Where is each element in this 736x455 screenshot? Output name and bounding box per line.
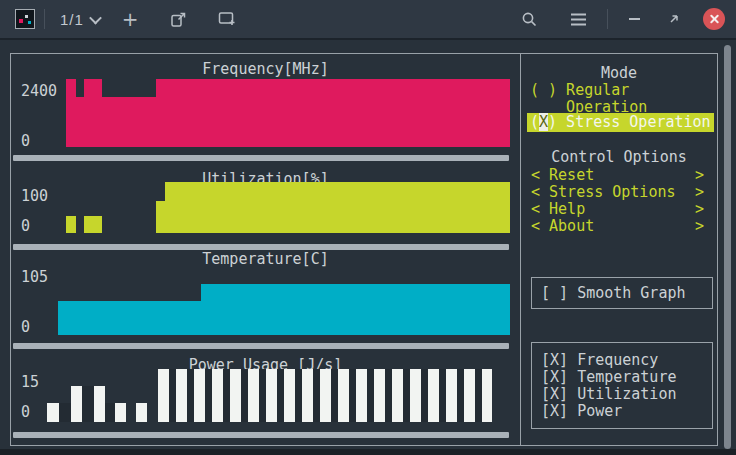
- right-arrow: >: [695, 201, 704, 218]
- frequency-plot: [58, 79, 510, 147]
- toggle-utilization[interactable]: [X] Utilization: [532, 386, 712, 403]
- power-bar: [115, 403, 126, 422]
- menu-button[interactable]: [567, 9, 590, 30]
- power-bar: [421, 369, 428, 422]
- toggle-frequency[interactable]: [X] Frequency: [532, 352, 712, 369]
- power-bar: [356, 369, 367, 422]
- toggle-power[interactable]: [X] Power: [532, 403, 712, 420]
- power-bar: [338, 369, 349, 422]
- stress-options-label: Stress Options: [549, 183, 675, 201]
- power-bar: [331, 369, 338, 422]
- power-bar: [158, 369, 169, 422]
- power-bar: [446, 369, 457, 422]
- tab-count-label: 1/1: [60, 11, 84, 28]
- radio-regular-operation[interactable]: ( ) Regular: [530, 82, 629, 99]
- chevron-down-icon: [89, 11, 102, 24]
- right-arrow: >: [695, 167, 704, 184]
- hamburger-menu-icon: [571, 13, 586, 26]
- radio-open-paren: (: [530, 113, 539, 131]
- smooth-graph-box: [ ] Smooth Graph: [531, 277, 713, 309]
- power-yzero-label: 0: [21, 404, 30, 421]
- power-bar: [284, 369, 295, 422]
- graph-toggles-box: [X] Frequency [X] Temperature [X] Utiliz…: [531, 342, 713, 429]
- temperature-graph-title: Temperature[C]: [11, 251, 520, 268]
- power-bar: [367, 369, 374, 422]
- power-bar: [302, 369, 313, 422]
- power-bar: [82, 386, 94, 422]
- maximize-button[interactable]: [663, 8, 685, 30]
- toggle-frequency-label: Frequency: [577, 351, 658, 369]
- area-segment: [102, 97, 156, 147]
- power-bar: [349, 369, 356, 422]
- close-button[interactable]: [703, 8, 725, 30]
- about-label: About: [549, 217, 594, 235]
- power-bar: [59, 403, 71, 422]
- power-bar: [320, 369, 331, 422]
- radio-stress-operation[interactable]: (X) Stress Operation: [527, 113, 714, 132]
- area-segment: [66, 79, 76, 147]
- utilization-plot: [58, 182, 510, 233]
- separator: [44, 9, 45, 29]
- help-button[interactable]: < Help>: [531, 201, 707, 218]
- power-bar: [47, 403, 59, 422]
- power-bar: [94, 386, 105, 422]
- temperature-x-axis-bar: [13, 343, 509, 349]
- area-segment: [165, 182, 510, 233]
- power-bar: [248, 369, 259, 422]
- checkbox-glyph: [X]: [541, 385, 568, 403]
- split-terminal-button[interactable]: [214, 7, 240, 31]
- utilization-yzero-label: 0: [21, 218, 30, 235]
- reset-button[interactable]: < Reset>: [531, 167, 707, 184]
- power-bar: [374, 369, 385, 422]
- separator: [607, 9, 608, 29]
- power-bar: [105, 403, 115, 422]
- temperature-ymax-label: 105: [21, 269, 48, 286]
- power-ymax-label: 15: [21, 374, 39, 391]
- power-bar: [475, 369, 482, 422]
- tab-indicator-button[interactable]: 1/1: [54, 7, 106, 32]
- control-options-title: Control Options: [521, 149, 717, 166]
- stress-options-button[interactable]: < Stress Options>: [531, 184, 707, 201]
- stui-main-frame: Frequency[MHz] 2400 0 Utilization[%] 100…: [10, 53, 718, 446]
- area-segment: [66, 216, 76, 233]
- area-segment: [84, 216, 102, 233]
- toggle-temperature[interactable]: [X] Temperature: [532, 369, 712, 386]
- power-bar: [176, 369, 187, 422]
- power-bar: [392, 369, 403, 422]
- frequency-graph-title: Frequency[MHz]: [11, 61, 520, 78]
- radio-x-cursor: X: [539, 113, 548, 131]
- power-bar: [187, 369, 194, 422]
- about-button[interactable]: < About>: [531, 218, 707, 235]
- new-tab-button[interactable]: +: [118, 7, 143, 31]
- sidebar: Mode ( ) Regular Operation (X) Stress Op…: [521, 54, 717, 445]
- smooth-graph-checkbox[interactable]: [ ] Smooth Graph: [532, 278, 712, 308]
- temperature-yzero-label: 0: [21, 319, 30, 336]
- right-arrow: >: [695, 218, 704, 235]
- power-bar: [385, 369, 392, 422]
- new-window-button[interactable]: [166, 7, 191, 32]
- search-button[interactable]: [517, 7, 542, 32]
- power-bar: [457, 369, 464, 422]
- app-icon: [15, 9, 35, 29]
- checkbox-glyph: [X]: [541, 351, 568, 369]
- toggle-temperature-label: Temperature: [577, 368, 676, 386]
- power-bar: [266, 369, 277, 422]
- power-bar: [464, 369, 475, 422]
- frequency-ymax-label: 2400: [21, 83, 57, 100]
- graphs-panel: Frequency[MHz] 2400 0 Utilization[%] 100…: [11, 54, 520, 445]
- power-bar: [71, 386, 82, 422]
- frequency-yzero-label: 0: [21, 133, 30, 150]
- power-bar: [212, 369, 223, 422]
- minimize-icon: [629, 17, 640, 21]
- power-bar: [277, 369, 284, 422]
- checkbox-glyph: [X]: [541, 368, 568, 386]
- toggle-power-label: Power: [577, 402, 622, 420]
- reset-label: Reset: [549, 166, 594, 184]
- vertical-scrollbar[interactable]: [724, 45, 731, 449]
- power-x-axis-bar: [13, 432, 509, 438]
- power-bar: [295, 369, 302, 422]
- minimize-button[interactable]: [625, 13, 644, 25]
- left-arrow: <: [531, 166, 540, 184]
- power-bar: [428, 369, 439, 422]
- power-bar: [259, 369, 266, 422]
